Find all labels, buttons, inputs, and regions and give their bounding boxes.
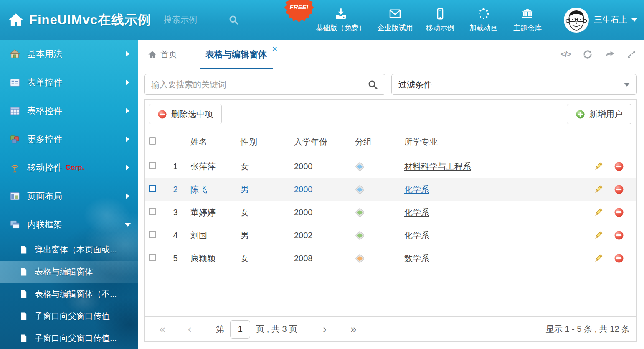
cell-name: 陈飞 <box>186 184 236 195</box>
search-icon[interactable] <box>228 14 239 25</box>
bank-icon <box>521 7 534 20</box>
nav-label: 主题仓库 <box>513 23 542 33</box>
column-name[interactable]: 姓名 <box>186 136 236 148</box>
table-row[interactable]: 3 董婷婷 女 2000 化学系 <box>145 201 636 224</box>
share-icon[interactable] <box>604 49 615 60</box>
delete-icon[interactable] <box>614 253 624 263</box>
table-icon <box>9 105 20 117</box>
row-index: 5 <box>165 254 186 263</box>
major-link[interactable]: 化学系 <box>404 208 429 217</box>
pagination-bar: « ‹ 第 页 , 共 3 页 › » 显示 1 - 5 条 , 共 12 条 <box>145 316 636 341</box>
edit-icon[interactable] <box>593 185 603 194</box>
major-link[interactable]: 材料科学与工程系 <box>404 162 471 171</box>
chevron-right-icon <box>126 165 129 171</box>
column-major[interactable]: 所学专业 <box>400 136 574 148</box>
nav-item-loading-animation[interactable]: 加载动画 <box>462 7 505 33</box>
sidebar-item-form-controls[interactable]: 表单控件 <box>0 68 138 97</box>
chevron-right-icon <box>126 79 129 85</box>
cell-gender: 女 <box>236 253 290 264</box>
cell-name: 张萍萍 <box>186 161 236 172</box>
plus-circle-icon <box>576 110 585 119</box>
nav-label: 加载动画 <box>469 23 498 33</box>
add-user-button[interactable]: 新增用户 <box>567 104 631 124</box>
page-number-input[interactable] <box>230 320 250 339</box>
major-link[interactable]: 数学系 <box>404 254 429 263</box>
minus-circle-icon <box>157 110 167 119</box>
record-count-summary: 显示 1 - 5 条 , 共 12 条 <box>546 324 630 335</box>
column-gender[interactable]: 性别 <box>236 136 290 148</box>
tab-home[interactable]: 首页 <box>148 49 177 60</box>
edit-icon[interactable] <box>593 162 603 171</box>
nav-item-basic-edition[interactable]: 基础版（免费） <box>310 7 372 33</box>
row-checkbox[interactable] <box>149 254 156 261</box>
sidebar-subitem-label: 表格与编辑窗体（不... <box>35 288 117 300</box>
major-link[interactable]: 化学系 <box>404 185 429 194</box>
edit-icon[interactable] <box>593 254 603 263</box>
chevron-right-icon <box>126 136 129 142</box>
cell-gender: 男 <box>236 184 290 195</box>
next-page-button[interactable]: › <box>323 323 326 335</box>
tab-label: 首页 <box>160 49 177 60</box>
select-all-checkbox[interactable] <box>149 137 156 145</box>
first-page-button[interactable]: « <box>160 323 165 335</box>
sidebar-item-basic-usage[interactable]: 基本用法 <box>0 40 138 68</box>
table-row[interactable]: 2 陈飞 男 2000 化学系 <box>145 178 636 201</box>
user-menu[interactable]: 三生石上 <box>564 0 637 40</box>
table-row[interactable]: 1 张萍萍 女 2000 材料科学与工程系 <box>145 155 636 178</box>
row-checkbox[interactable] <box>149 185 156 192</box>
column-group[interactable]: 分组 <box>351 136 400 148</box>
source-code-icon[interactable]: </> <box>561 50 571 59</box>
sidebar-item-more-controls[interactable]: 更多控件 <box>0 125 138 153</box>
sidebar-subitem-grid-edit-window-2[interactable]: 表格与编辑窗体（不... <box>0 283 138 305</box>
cell-year: 2000 <box>290 185 351 194</box>
header-nav: 基础版（免费） 企业版试用 移动示例 <box>310 0 550 40</box>
nav-item-mobile-demo[interactable]: 移动示例 <box>418 7 462 33</box>
corp-badge: Corp. <box>66 163 84 172</box>
sidebar-subitem-label: 子窗口向父窗口传值 <box>35 311 110 322</box>
table-row[interactable]: 5 康颖颖 女 2008 数学系 <box>145 247 636 270</box>
close-icon[interactable]: ✕ <box>272 45 278 53</box>
refresh-icon[interactable] <box>582 49 593 60</box>
keyword-search-input[interactable] <box>145 80 367 89</box>
sidebar-subitem-popup-window[interactable]: 弹出窗体（本页面或... <box>0 239 138 261</box>
prev-page-button[interactable]: ‹ <box>188 323 191 335</box>
avatar <box>564 8 589 33</box>
sidebar-item-grid-controls[interactable]: 表格控件 <box>0 97 138 125</box>
sidebar-item-label: 内联框架 <box>27 219 62 230</box>
delete-selected-button[interactable]: 删除选中项 <box>149 104 222 124</box>
sidebar-subitem-grid-edit-window[interactable]: 表格与编辑窗体 <box>0 261 138 283</box>
chevron-right-icon <box>126 51 129 57</box>
sidebar-item-mobile-controls[interactable]: 移动控件 Corp. <box>0 153 138 182</box>
tab-grid-edit-window[interactable]: 表格与编辑窗体 ✕ <box>200 40 273 69</box>
major-link[interactable]: 化学系 <box>404 231 429 240</box>
row-checkbox[interactable] <box>149 162 156 169</box>
chevron-down-icon <box>124 223 131 227</box>
last-page-button[interactable]: » <box>350 323 356 335</box>
nav-item-enterprise-trial[interactable]: 企业版试用 <box>372 7 418 33</box>
cell-name: 康颖颖 <box>186 253 236 264</box>
delete-icon[interactable] <box>614 207 624 217</box>
header-search-input[interactable] <box>164 15 222 25</box>
delete-icon[interactable] <box>614 184 624 194</box>
filter-dropdown[interactable]: 过滤条件一 <box>391 74 637 95</box>
sidebar-item-page-layout[interactable]: 页面布局 <box>0 182 138 210</box>
table-row[interactable]: 4 刘国 男 2002 化学系 <box>145 224 636 247</box>
delete-icon[interactable] <box>614 161 624 171</box>
home-icon[interactable] <box>8 12 24 28</box>
tag-icon <box>355 185 365 194</box>
search-icon[interactable] <box>367 79 378 90</box>
cubes-icon <box>9 134 20 145</box>
row-checkbox[interactable] <box>149 208 156 215</box>
edit-icon[interactable] <box>593 231 603 240</box>
delete-icon[interactable] <box>614 230 624 240</box>
row-checkbox[interactable] <box>149 231 156 238</box>
sidebar-item-iframe[interactable]: 内联框架 <box>0 210 138 239</box>
edit-icon[interactable] <box>593 208 603 217</box>
nav-item-theme-store[interactable]: 主题仓库 <box>505 7 550 33</box>
nav-label: 移动示例 <box>426 23 454 33</box>
sidebar-subitem-child-to-parent[interactable]: 子窗口向父窗口传值 <box>0 305 138 327</box>
grid-panel: 删除选中项 新增用户 姓名 性别 入学年份 分组 所学专业 <box>144 99 637 342</box>
fullscreen-icon[interactable] <box>626 49 636 59</box>
sidebar-subitem-child-to-parent-2[interactable]: 子窗口向父窗口传值... <box>0 327 138 349</box>
column-year[interactable]: 入学年份 <box>290 136 351 148</box>
